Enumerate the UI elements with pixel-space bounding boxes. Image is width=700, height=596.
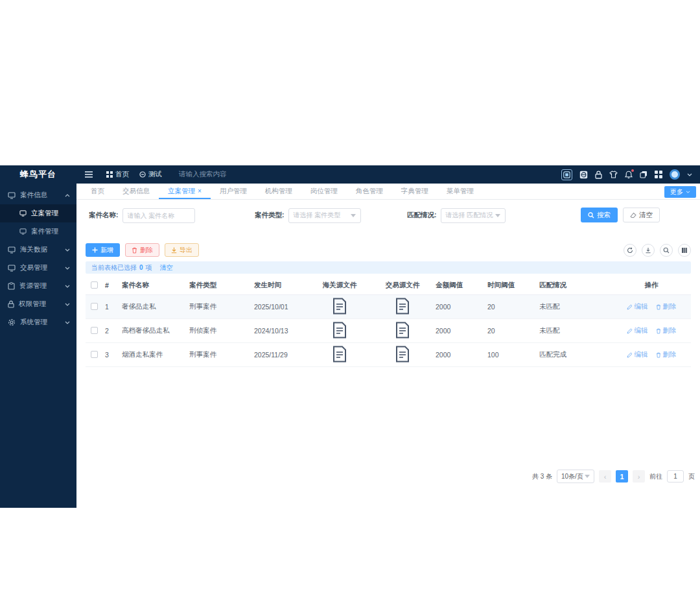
- prev-page-button[interactable]: ‹: [599, 470, 611, 483]
- edit-link[interactable]: 编辑: [627, 350, 648, 359]
- search-button-label: 搜索: [597, 211, 611, 220]
- sidebar-item-filing-mgmt[interactable]: 立案管理: [0, 204, 76, 222]
- chevron-down-icon: [65, 285, 70, 288]
- monitor-icon: [8, 246, 16, 254]
- page-content: 案件名称: 案件类型: 请选择 案件类型 匹配情况: 请选择 匹配情况: [76, 200, 700, 508]
- delete-link[interactable]: 删除: [656, 302, 677, 311]
- sidebar-item-system-mgmt[interactable]: 系统管理: [0, 313, 76, 331]
- table-row: 3 烟酒走私案件 刑事案件 2025/11/29 2000 100 匹配完成 编…: [86, 343, 691, 367]
- case-type-select[interactable]: 请选择 案件类型: [288, 208, 361, 223]
- sidebar-item-label: 海关数据: [20, 245, 47, 254]
- eraser-icon: [630, 212, 636, 219]
- sidebar-item-label: 系统管理: [20, 318, 47, 327]
- document-icon[interactable]: [332, 346, 347, 363]
- nav-test[interactable]: 测试: [139, 170, 162, 179]
- selection-count: 0: [139, 264, 143, 271]
- sidebar-item-trade-mgmt[interactable]: 交易管理: [0, 259, 76, 277]
- download-icon[interactable]: [642, 244, 655, 257]
- sidebar-item-case-info[interactable]: 案件信息: [0, 186, 76, 204]
- edit-link[interactable]: 编辑: [627, 326, 648, 335]
- match-status-select[interactable]: 请选择 匹配情况: [441, 208, 506, 223]
- sidebar-item-permission-mgmt[interactable]: 权限管理: [0, 295, 76, 313]
- export-button[interactable]: 导出: [165, 243, 199, 257]
- sidebar-item-case-mgmt[interactable]: 案件管理: [0, 222, 76, 241]
- notification-bell-icon[interactable]: [625, 171, 633, 179]
- search-button[interactable]: 搜索: [581, 208, 618, 222]
- tab-org-mgmt[interactable]: 机构管理: [256, 184, 301, 199]
- table-toolbar: 新增 删除 导出: [86, 243, 691, 257]
- chevron-down-icon: [65, 303, 70, 306]
- search-icon[interactable]: [660, 244, 673, 257]
- document-icon[interactable]: [395, 298, 410, 315]
- columns-icon[interactable]: [678, 244, 691, 257]
- document-icon[interactable]: [332, 322, 347, 339]
- selection-info-bar: 当前表格已选择 0 项 清空: [86, 261, 691, 274]
- tab-home[interactable]: 首页: [82, 184, 113, 199]
- tabs-more-button[interactable]: 更多: [664, 186, 696, 198]
- row-checkbox[interactable]: [91, 351, 98, 358]
- screen-icon[interactable]: [561, 169, 572, 180]
- row-checkbox[interactable]: [91, 303, 98, 310]
- theme-skin-icon[interactable]: [609, 171, 618, 178]
- copy-icon[interactable]: [640, 171, 648, 178]
- apps-grid-icon[interactable]: [655, 171, 662, 178]
- tab-menu-mgmt[interactable]: 菜单管理: [438, 184, 483, 199]
- delete-link[interactable]: 删除: [656, 326, 677, 335]
- nav-home[interactable]: 首页: [106, 170, 129, 179]
- next-page-button[interactable]: ›: [633, 470, 645, 483]
- chevron-down-icon[interactable]: [687, 173, 692, 176]
- select-all-checkbox[interactable]: [91, 281, 98, 289]
- language-icon[interactable]: [579, 171, 588, 179]
- date-cell: 2025/11/29: [251, 343, 307, 367]
- document-icon[interactable]: [395, 346, 410, 363]
- time-threshold-cell: 100: [485, 343, 537, 367]
- tab-trade-info[interactable]: 交易信息: [113, 184, 159, 199]
- col-actions: 操作: [612, 276, 691, 295]
- case-type-cell: 刑事案件: [187, 295, 251, 319]
- delete-link[interactable]: 删除: [656, 350, 677, 359]
- current-page-button[interactable]: 1: [616, 470, 628, 483]
- nav-home-label: 首页: [115, 170, 129, 179]
- sidebar-item-label: 立案管理: [31, 209, 58, 218]
- lock-icon[interactable]: [595, 171, 602, 179]
- time-threshold-cell: 20: [485, 319, 537, 343]
- tab-post-mgmt[interactable]: 岗位管理: [301, 184, 347, 199]
- delete-button[interactable]: 删除: [125, 243, 159, 257]
- sidebar-item-resource-mgmt[interactable]: 资源管理: [0, 277, 76, 295]
- tab-filing-mgmt[interactable]: 立案管理×: [159, 184, 211, 199]
- document-icon[interactable]: [332, 298, 347, 315]
- col-trade-file: 交易源文件: [372, 276, 433, 295]
- close-icon[interactable]: ×: [198, 187, 202, 195]
- topbar-icons: [561, 169, 692, 180]
- document-icon[interactable]: [395, 322, 410, 339]
- add-button[interactable]: 新增: [86, 243, 120, 257]
- page-size-select[interactable]: 10条/页: [557, 470, 594, 483]
- case-name-cell: 高档奢侈品走私: [119, 319, 187, 343]
- hamburger-menu-icon[interactable]: [84, 171, 93, 178]
- user-avatar[interactable]: [670, 169, 680, 180]
- table-setting-icons: [624, 244, 691, 257]
- refresh-icon[interactable]: [624, 244, 636, 257]
- global-search-input[interactable]: 请输入搜索内容: [179, 170, 263, 179]
- tab-dict-mgmt[interactable]: 字典管理: [392, 184, 438, 199]
- trash-icon: [656, 328, 661, 334]
- clipboard-icon: [8, 282, 15, 290]
- selection-clear-link[interactable]: 清空: [160, 263, 173, 272]
- col-match-status: 匹配情况: [537, 276, 612, 295]
- chevron-down-icon: [65, 321, 70, 324]
- edit-link[interactable]: 编辑: [627, 302, 648, 311]
- edit-label: 编辑: [635, 326, 648, 335]
- sidebar-item-label: 交易管理: [20, 263, 47, 272]
- clear-button[interactable]: 清空: [623, 208, 660, 222]
- pagination: 共 3 条 10条/页 ‹ 1 › 前往 1 页: [532, 470, 695, 483]
- sidebar-item-customs-data[interactable]: 海关数据: [0, 241, 76, 259]
- case-type-label: 案件类型:: [255, 211, 285, 220]
- filter-row: 案件名称: 案件类型: 请选择 案件类型 匹配情况: 请选择 匹配情况: [86, 208, 691, 223]
- tab-user-mgmt[interactable]: 用户管理: [211, 184, 256, 199]
- match-status-cell: 未匹配: [537, 295, 612, 319]
- selection-prefix: 当前表格已选择: [91, 263, 137, 272]
- case-name-input[interactable]: [122, 208, 195, 223]
- goto-page-input[interactable]: 1: [667, 470, 684, 483]
- row-checkbox[interactable]: [91, 327, 98, 334]
- tab-role-mgmt[interactable]: 角色管理: [347, 184, 392, 199]
